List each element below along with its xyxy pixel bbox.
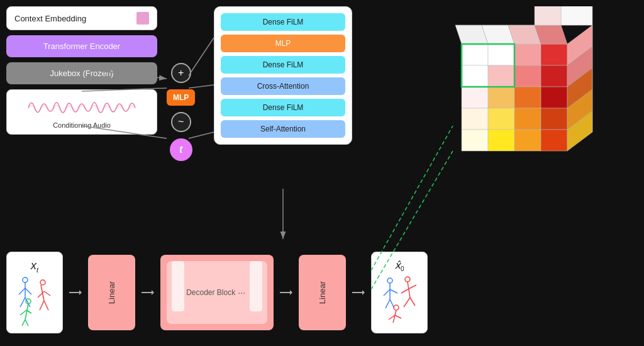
diagram: Context Embedding Transformer Encoder Ju… <box>0 0 644 346</box>
svg-rect-2 <box>514 44 541 65</box>
svg-rect-13 <box>488 108 514 130</box>
svg-rect-6 <box>514 65 541 87</box>
svg-line-37 <box>20 298 25 307</box>
svg-line-46 <box>25 304 28 320</box>
grid-3d <box>436 6 625 182</box>
svg-marker-57 <box>290 290 292 295</box>
svg-rect-14 <box>514 108 541 130</box>
arrow-1 <box>69 286 82 299</box>
svg-line-36 <box>25 288 31 294</box>
svg-line-44 <box>44 301 48 310</box>
conditioning-audio-label: Conditioning Audio <box>53 121 111 129</box>
svg-marker-55 <box>152 290 154 295</box>
svg-marker-32 <box>561 6 592 25</box>
transformer-blocks: Dense FiLM MLP Dense FiLM Cross-Attentio… <box>214 6 352 145</box>
decoder-block-container: Decoder Block ··· <box>160 255 274 330</box>
svg-rect-18 <box>514 130 541 151</box>
svg-rect-11 <box>541 87 567 108</box>
svg-line-74 <box>395 315 401 318</box>
x0-figure: x̂0 <box>371 252 428 333</box>
pink-square <box>136 12 149 25</box>
svg-rect-3 <box>541 44 567 65</box>
svg-line-69 <box>404 298 410 307</box>
svg-line-47 <box>20 310 26 315</box>
svg-rect-16 <box>462 130 488 151</box>
svg-rect-8 <box>462 87 488 108</box>
plus-circle: + <box>171 63 191 83</box>
audio-waveform <box>25 95 138 120</box>
tilde-circle: ~ <box>171 112 191 132</box>
context-embedding-box: Context Embedding <box>6 6 157 30</box>
mlp-orange-box: MLP <box>167 89 195 106</box>
xt-label: xt <box>31 259 38 274</box>
self-attention: Self-Attention <box>221 120 345 138</box>
svg-rect-4 <box>462 65 488 87</box>
dots-label: ··· <box>238 287 245 298</box>
svg-rect-17 <box>488 130 514 151</box>
linear-box-1: Linear <box>88 255 135 330</box>
svg-line-62 <box>390 289 397 293</box>
left-panel: Context Embedding Transformer Encoder Ju… <box>6 6 157 137</box>
svg-line-35 <box>19 288 25 294</box>
decoder-inner: Decoder Block ··· <box>167 261 267 324</box>
svg-rect-10 <box>514 87 541 108</box>
jukebox-box: Jukebox (Frozen) <box>6 62 157 84</box>
svg-line-49 <box>22 320 25 326</box>
svg-point-45 <box>40 280 45 285</box>
linear-box-2: Linear <box>299 255 346 330</box>
t-circle: t <box>170 138 192 161</box>
svg-line-42 <box>44 291 50 296</box>
svg-marker-33 <box>535 6 561 25</box>
stick-figure-x0 <box>377 276 421 326</box>
svg-rect-19 <box>541 130 567 151</box>
svg-line-70 <box>410 298 415 306</box>
arrow-2 <box>142 286 154 299</box>
decoder-block-label: Decoder Block <box>186 288 235 297</box>
bottom-section: xt <box>6 252 638 333</box>
svg-point-71 <box>405 277 410 282</box>
svg-rect-5 <box>488 65 514 87</box>
dense-film-1: Dense FiLM <box>221 13 345 31</box>
svg-line-50 <box>25 320 28 326</box>
cube-visualization <box>436 6 625 182</box>
svg-line-63 <box>386 299 390 308</box>
svg-marker-59 <box>362 290 365 295</box>
svg-rect-9 <box>488 87 514 108</box>
mlp-area: + MLP ~ t <box>167 63 195 161</box>
xt-figure: xt <box>6 252 63 333</box>
linear-2-label: Linear <box>318 281 327 304</box>
cross-attention: Cross-Attention <box>221 77 345 95</box>
svg-marker-53 <box>79 290 82 295</box>
svg-point-39 <box>23 277 28 282</box>
svg-line-43 <box>40 301 44 310</box>
x0-label: x̂0 <box>394 259 404 272</box>
svg-line-61 <box>384 289 390 296</box>
stick-figure-xt <box>13 276 57 326</box>
svg-rect-12 <box>462 108 488 130</box>
arrow-4 <box>352 286 365 299</box>
transformer-encoder-box: Transformer Encoder <box>6 35 157 57</box>
dense-film-2: Dense FiLM <box>221 56 345 74</box>
svg-point-65 <box>387 278 392 283</box>
svg-rect-15 <box>541 108 567 130</box>
mlp-block: MLP <box>221 35 345 52</box>
svg-line-68 <box>410 285 416 288</box>
svg-rect-7 <box>541 65 567 87</box>
svg-rect-1 <box>488 44 514 65</box>
svg-rect-0 <box>462 44 488 65</box>
audio-box: Conditioning Audio <box>6 89 157 135</box>
dense-film-3: Dense FiLM <box>221 99 345 116</box>
context-embedding-label: Context Embedding <box>14 14 86 23</box>
arrow-3 <box>280 286 292 299</box>
linear-1-label: Linear <box>107 281 116 304</box>
